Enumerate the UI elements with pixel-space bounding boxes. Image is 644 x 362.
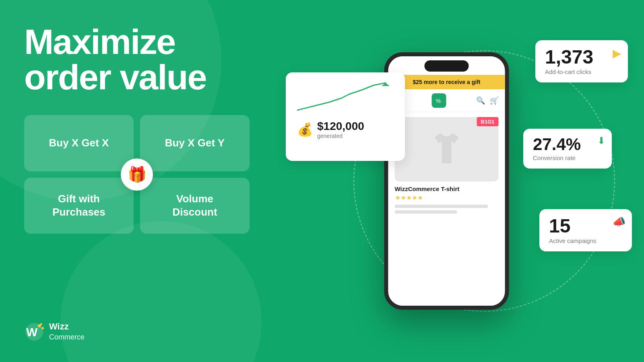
feature-label-buy-x-get-x: Buy X Get X xyxy=(49,136,109,150)
phone-app-logo: % xyxy=(432,93,446,108)
headline: Maximize order value xyxy=(24,24,266,95)
product-description-lines xyxy=(395,205,499,214)
product-line-1 xyxy=(395,205,488,208)
product-stars: ★★★★★ xyxy=(395,194,499,202)
banner-amount: $25 xyxy=(413,79,422,85)
phone-nav-icons: 🔍 🛒 xyxy=(476,96,499,105)
svg-point-3 xyxy=(41,327,44,329)
bg-decoration-2 xyxy=(60,221,262,362)
feature-label-gift: Gift withPurchases xyxy=(52,192,105,220)
funnel-icon: ⬇ xyxy=(597,135,605,146)
phone-notch xyxy=(425,60,469,72)
search-icon: 🔍 xyxy=(476,96,485,105)
revenue-amount-row: 💰 $120,000 generated xyxy=(297,120,394,139)
stat-card-conversion: ⬇ 27.4% Conversion rate xyxy=(523,129,612,169)
gift-icon: 🎁 xyxy=(121,158,153,191)
phone-nav: ☰ % 🔍 🛒 xyxy=(388,89,505,112)
revenue-text: $120,000 generated xyxy=(317,120,364,139)
headline-line1: Maximize xyxy=(24,22,175,62)
money-bag-icon: 💰 xyxy=(297,122,313,137)
feature-label-buy-x-get-y: Buy X Get Y xyxy=(165,136,225,150)
cart-clicks-number: 1,373 xyxy=(545,47,618,67)
revenue-number: $120,000 xyxy=(317,120,364,133)
brand-name: Wizz Commerce xyxy=(49,321,85,342)
campaigns-label: Active campaigns xyxy=(549,237,622,244)
banner-rest: more to receive a gift xyxy=(422,79,481,85)
cart-icon: 🛒 xyxy=(490,96,499,105)
phone-product: B1G1 WizzCommerce T-shirt ★★★★★ xyxy=(388,112,505,221)
svg-text:W: W xyxy=(26,325,38,339)
product-name: WizzCommerce T-shirt xyxy=(395,185,499,192)
headline-line2: order value xyxy=(24,57,206,97)
b1g1-badge: B1G1 xyxy=(477,117,499,126)
megaphone-icon: 📣 xyxy=(613,216,625,228)
stat-card-campaigns: 📣 15 Active campaigns xyxy=(539,209,632,251)
cart-clicks-label: Add-to-cart clicks xyxy=(545,68,618,75)
svg-point-4 xyxy=(40,323,42,325)
product-image xyxy=(395,117,499,181)
feature-card-volume: VolumeDiscount xyxy=(140,178,250,234)
phone-screen: $25 more to receive a gift ☰ % 🔍 🛒 xyxy=(388,56,505,306)
phone-banner: $25 more to receive a gift xyxy=(388,75,505,89)
product-line-2 xyxy=(395,210,457,214)
feature-card-buy-x-get-x: Buy X Get X xyxy=(24,115,134,171)
stat-card-cart: ▶ 1,373 Add-to-cart clicks xyxy=(535,40,628,82)
left-section: Maximize order value Buy X Get X Buy X G… xyxy=(24,24,266,234)
logo-svg: W xyxy=(24,322,44,342)
logo: W Wizz Commerce xyxy=(24,321,85,342)
revenue-label: generated xyxy=(317,133,364,139)
right-section: $25 more to receive a gift ☰ % 🔍 🛒 xyxy=(262,0,644,362)
svg-text:%: % xyxy=(436,98,441,104)
feature-card-gift: Gift withPurchases xyxy=(24,178,134,234)
stat-card-revenue: 💰 $120,000 generated xyxy=(286,72,405,161)
feature-label-volume: VolumeDiscount xyxy=(172,192,217,220)
tshirt-svg xyxy=(427,129,467,169)
conversion-rate-number: 27.4% xyxy=(533,136,602,153)
revenue-chart-svg xyxy=(297,82,394,114)
feature-grid: Buy X Get X Buy X Get Y Gift withPurchas… xyxy=(24,115,250,234)
conversion-rate-label: Conversion rate xyxy=(533,154,602,161)
feature-card-buy-x-get-y: Buy X Get Y xyxy=(140,115,250,171)
campaigns-number: 15 xyxy=(549,216,622,236)
arrow-right-icon: ▶ xyxy=(613,47,621,60)
